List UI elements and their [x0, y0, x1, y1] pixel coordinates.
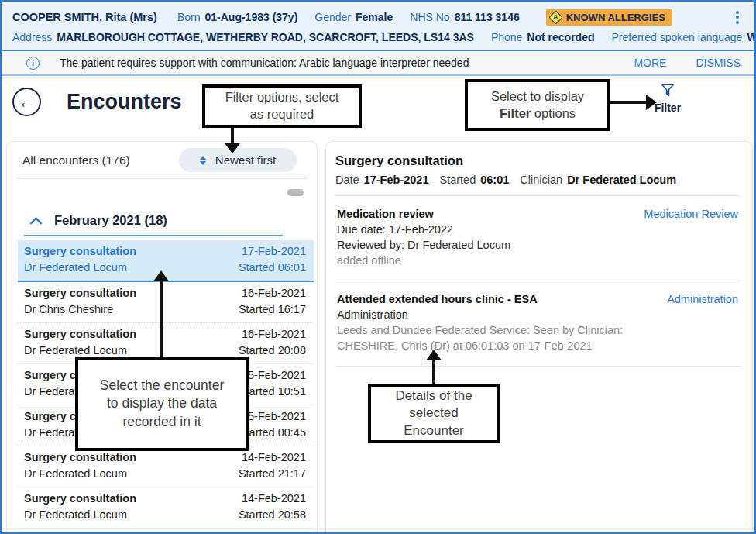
- page-title: Encounters: [67, 90, 182, 114]
- encounters-screen: COOPER SMITH, Rita (Mrs) Born 01-Aug-198…: [0, 0, 756, 534]
- communication-alert-bar: i The patient requires support with comm…: [2, 51, 754, 76]
- started-value: 06:01: [480, 174, 509, 186]
- callout-details-of-selected: Details of the selected Encounter: [368, 384, 500, 443]
- arrow-right-to-filter: [610, 101, 647, 104]
- sort-arrows-icon: [200, 156, 206, 165]
- callout-select-the-encounter: Select the encounter to display the data…: [75, 357, 249, 451]
- arrow-down-head: [225, 143, 240, 153]
- born-label: Born: [177, 11, 201, 23]
- patient-name: COOPER SMITH, Rita (Mrs): [12, 11, 157, 23]
- arrow-down-to-sort-pill: [231, 126, 234, 143]
- known-allergies-badge[interactable]: A KNOWN ALLERGIES: [546, 9, 672, 26]
- allergy-warning-icon: A: [548, 10, 562, 24]
- scrollbar-thumb[interactable]: [287, 189, 304, 196]
- arrow-right-head: [646, 95, 657, 110]
- sort-order-label: Newest first: [215, 153, 276, 167]
- address-label: Address: [12, 31, 52, 43]
- info-icon: i: [26, 57, 40, 70]
- more-link[interactable]: MORE: [634, 57, 666, 69]
- patient-banner: COOPER SMITH, Rita (Mrs) Born 01-Aug-198…: [2, 2, 754, 51]
- encounter-row[interactable]: Surgery consultation16-Feb-2021 Dr Chris…: [18, 282, 314, 323]
- back-button[interactable]: ←: [12, 88, 41, 116]
- date-label: Date: [335, 174, 359, 186]
- clinician-label: Clinician: [520, 174, 562, 186]
- patient-banner-row-2: Address MARLBOROUGH COTTAGE, WETHERBY RO…: [12, 27, 744, 47]
- patient-banner-row-1: COOPER SMITH, Rita (Mrs) Born 01-Aug-198…: [12, 7, 744, 27]
- born-value: 01-Aug-1983 (37y): [204, 11, 297, 23]
- clinician-value: Dr Federated Locum: [567, 174, 676, 186]
- language-label: Preferred spoken language: [611, 31, 742, 43]
- callout-filter-options: Filter options, select as required: [202, 84, 362, 128]
- arrow-up-head-to-selected-row: [153, 270, 169, 281]
- detail-divider: [335, 366, 741, 367]
- encounter-row[interactable]: Surgery consultation14-Feb-2021 Dr Feder…: [18, 487, 314, 529]
- address-value: MARLBOROUGH COTTAGE, WETHERBY ROAD, SCAR…: [57, 31, 474, 43]
- dismiss-link[interactable]: DISMISS: [696, 57, 741, 69]
- filter-funnel-icon: [659, 81, 676, 99]
- entry-muted-line: Leeds and Dundee Federated Service: Seen…: [337, 322, 740, 338]
- detail-entry-medication-review: Medication review Due date: 17-Feb-2022 …: [335, 196, 741, 281]
- category-link-medication-review[interactable]: Medication Review: [644, 206, 738, 222]
- month-group-underline: [24, 235, 283, 236]
- encounter-row[interactable]: Surgery consultation14-Feb-2021: [18, 529, 314, 534]
- chevron-up-icon: [29, 215, 43, 226]
- date-value: 17-Feb-2021: [364, 174, 429, 186]
- month-group-header[interactable]: February 2021 (18): [29, 213, 317, 228]
- encounter-detail-panel: Surgery consultation Date17-Feb-2021Star…: [325, 141, 753, 534]
- detail-meta: Date17-Feb-2021Started06:01ClinicianDr F…: [335, 174, 741, 186]
- list-panel-header: All encounters (176) Newest first: [7, 142, 317, 178]
- known-allergies-label: KNOWN ALLERGIES: [566, 12, 665, 23]
- month-group-label: February 2021 (18): [54, 213, 167, 228]
- nhs-number-label: NHS No: [410, 11, 449, 23]
- encounter-row[interactable]: Surgery consultation14-Feb-2021 Dr Feder…: [18, 446, 314, 487]
- all-encounters-count: All encounters (176): [22, 153, 130, 167]
- arrow-up-head-to-details: [426, 350, 442, 360]
- entry-line: Reviewed by: Dr Federated Locum: [337, 237, 740, 253]
- entry-muted-line: added offline: [337, 253, 740, 268]
- category-link-administration[interactable]: Administration: [667, 291, 738, 307]
- detail-entry-extended-hours-clinic: Attended extended hours clinic - ESA Adm…: [335, 281, 741, 366]
- language-value: Welsh: [747, 31, 756, 43]
- gender-label: Gender: [314, 11, 351, 23]
- gender-value: Female: [356, 11, 393, 23]
- entry-muted-line: CHESHIRE, Chris (Dr) at 06:01:03 on 17-F…: [337, 338, 740, 353]
- alert-message: The patient requires support with commun…: [60, 57, 469, 69]
- phone-value: Not recorded: [527, 31, 594, 43]
- detail-title: Surgery consultation: [335, 153, 741, 168]
- kebab-menu-icon[interactable]: [731, 9, 744, 26]
- entry-line: Due date: 17-Feb-2022: [337, 222, 740, 237]
- nhs-number-value: 811 113 3146: [455, 11, 520, 23]
- callout-select-to-display-filter: Select to display Filter options: [465, 79, 610, 131]
- phone-label: Phone: [491, 31, 522, 43]
- arrow-up-to-details: [432, 360, 435, 384]
- back-arrow-icon: ←: [19, 93, 35, 112]
- arrow-up-to-selected-row: [160, 281, 163, 357]
- entry-line: Administration: [337, 307, 740, 322]
- started-label: Started: [439, 174, 476, 186]
- list-header-divider: [16, 178, 308, 179]
